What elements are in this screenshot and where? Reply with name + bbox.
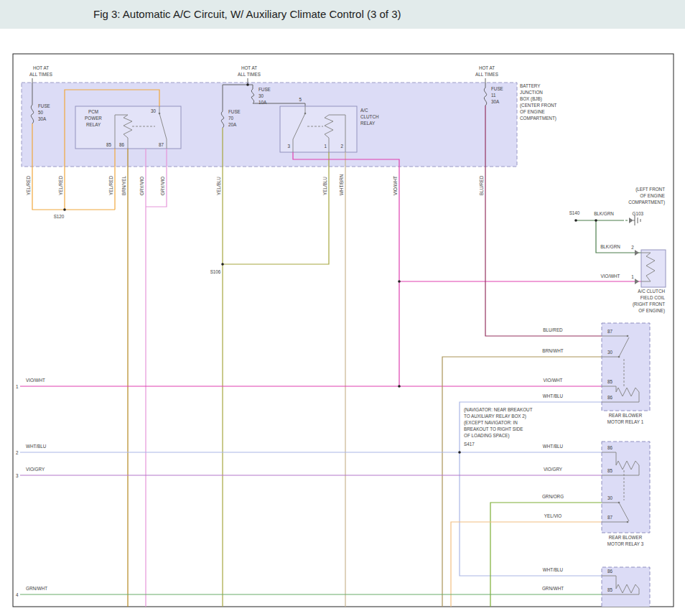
vio-wht-fieldcoil-label: VIO/WHT bbox=[601, 274, 620, 279]
label-yel-red-2: YEL/RED bbox=[58, 176, 63, 195]
label-grn-wht-right: GRN/WHT bbox=[542, 586, 564, 591]
ac-pin-5-label: 5 bbox=[299, 97, 302, 102]
relay1-pin-86-label: 86 bbox=[607, 395, 613, 400]
splice-s140-dot bbox=[574, 219, 577, 222]
row1-wire-label: VIO/WHT bbox=[26, 378, 45, 383]
field-coil-pin2-label: 2 bbox=[631, 245, 634, 250]
label-yel-blu-1: YEL/BLU bbox=[216, 177, 221, 195]
row4-wire-label: GRN/WHT bbox=[26, 586, 47, 591]
label-vio-gry-right: VIO/GRY bbox=[544, 467, 563, 472]
row3-wire-label: VIO/GRY bbox=[26, 467, 45, 472]
relay3-pivot-dot bbox=[618, 502, 620, 504]
splice-s417-dot bbox=[458, 451, 461, 454]
row2-number: 2 bbox=[16, 450, 19, 455]
splice-s417-label: S417 bbox=[464, 442, 475, 447]
relay3-contact-dot bbox=[627, 521, 629, 523]
blk-grn-fieldcoil-label: BLK/GRN bbox=[600, 244, 620, 249]
label-vio-wht-right: VIO/WHT bbox=[544, 378, 563, 383]
pcm-pin-85-label: 85 bbox=[106, 142, 112, 147]
field-coil-pin1-label: 1 bbox=[631, 274, 634, 279]
splice-s106-dot bbox=[221, 263, 224, 266]
relay5-pin-86-label: 86 bbox=[607, 569, 613, 574]
label-brn-yel: BRN/YEL bbox=[121, 176, 126, 195]
relay1-pivot-dot bbox=[618, 356, 620, 358]
label-wht-blu-right3: WHT/BLU bbox=[543, 567, 564, 572]
ac-pin-3-label: 3 bbox=[287, 144, 290, 149]
label-grn-org-right: GRN/ORG bbox=[542, 494, 564, 499]
row1-number: 1 bbox=[16, 384, 19, 389]
relay1-pin-87-label: 87 bbox=[607, 329, 613, 334]
pcm-pin-30-label: 30 bbox=[151, 108, 157, 113]
relay3-pin-30-label: 30 bbox=[607, 495, 613, 500]
label-wht-blu-right2: WHT/BLU bbox=[543, 444, 564, 449]
label-brn-wht-right: BRN/WHT bbox=[542, 348, 564, 353]
label-wht-brn: WHT/BRN bbox=[339, 174, 344, 195]
ac-pin-1-label: 1 bbox=[324, 144, 327, 149]
relay3-pin-86-label: 86 bbox=[607, 445, 613, 450]
ac-switch-pivot-dot bbox=[304, 113, 307, 115]
pcm-pin-86-label: 86 bbox=[119, 142, 125, 147]
wiring-diagram: HOT ATALL TIMES HOT ATALL TIMES HOT ATAL… bbox=[0, 0, 685, 616]
relay3-pin-85-label: 85 bbox=[607, 468, 613, 473]
pcm-pin-87-label: 87 bbox=[159, 142, 164, 147]
row2-wire-label: WHT/BLU bbox=[26, 444, 47, 449]
relay1-pin-30-label: 30 bbox=[607, 350, 613, 355]
row4-number: 4 bbox=[16, 592, 19, 597]
splice-s120-dot bbox=[63, 208, 66, 211]
blk-grn-junction-dot bbox=[595, 219, 597, 222]
label-yel-red-3: YEL/RED bbox=[108, 176, 113, 195]
splice-s120-label: S120 bbox=[54, 214, 65, 219]
pcm-switch-pivot-dot bbox=[159, 113, 161, 115]
feed-junction-dot bbox=[246, 83, 249, 86]
label-vio-wht: VIO/WHT bbox=[393, 176, 398, 195]
ac-pin-2-label: 2 bbox=[340, 144, 343, 149]
relay-rear-blower-3: 86 85 30 87 REAR BLOWERMOTOR RELAY 3 bbox=[602, 442, 650, 546]
row3-number: 3 bbox=[16, 473, 19, 478]
relay1-contact-dot bbox=[627, 335, 629, 337]
splice-s140-label: S140 bbox=[569, 210, 580, 215]
relay-rear-blower-5: 86 85 bbox=[602, 567, 650, 607]
vio-wht-fieldcoil-junction-dot bbox=[398, 280, 401, 283]
vio-wht-line1-junction-dot bbox=[398, 385, 401, 388]
g103-label: G103 bbox=[633, 211, 644, 216]
label-blu-red-right: BLU/RED bbox=[543, 327, 563, 332]
label-yel-blu-2: YEL/BLU bbox=[322, 177, 327, 195]
splice-s106-label: S106 bbox=[210, 269, 221, 274]
blk-grn-upper-label: BLK/GRN bbox=[594, 211, 614, 216]
label-yel-red-1: YEL/RED bbox=[26, 176, 31, 195]
relay-rear-blower-1: 87 30 85 86 REAR BLOWERMOTOR RELAY 1 bbox=[602, 323, 650, 424]
label-wht-blu-right1: WHT/BLU bbox=[543, 393, 564, 398]
relay3-pin-87-label: 87 bbox=[607, 515, 613, 520]
label-gry-vio-2: GRY/VIO bbox=[160, 177, 165, 195]
label-gry-vio-1: GRY/VIO bbox=[139, 177, 144, 195]
relay1-pin-85-label: 85 bbox=[607, 379, 613, 384]
relay5-pin-85-label: 85 bbox=[607, 587, 613, 592]
label-yel-vio-right: YEL/VIO bbox=[544, 513, 562, 518]
label-blu-red: BLU/RED bbox=[479, 175, 484, 195]
